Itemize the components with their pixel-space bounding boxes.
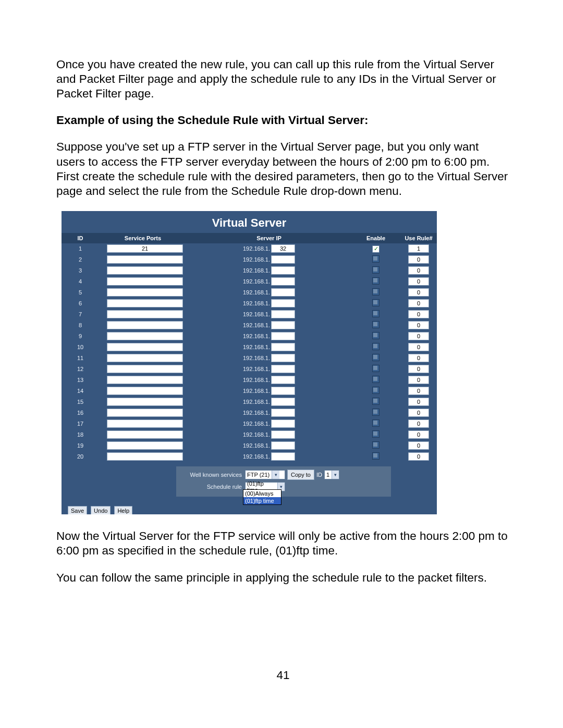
enable-checkbox[interactable]: [372, 398, 380, 405]
dropdown-option[interactable]: (01)ftp time: [243, 497, 281, 504]
service-port-input[interactable]: [107, 376, 183, 384]
enable-checkbox[interactable]: [372, 376, 380, 383]
schedule-rule-dropdown[interactable]: (00)Always (01)ftp time: [243, 489, 282, 505]
server-ip-input[interactable]: [271, 299, 295, 307]
use-rule-input[interactable]: 0: [408, 441, 429, 450]
use-rule-input[interactable]: 0: [408, 419, 429, 428]
use-rule-input[interactable]: 0: [408, 343, 429, 351]
enable-checkbox[interactable]: [372, 266, 380, 274]
table-row: 20192.168.1.0: [62, 451, 437, 462]
enable-checkbox[interactable]: [372, 310, 380, 317]
intro-paragraph: Once you have created the new rule, you …: [56, 57, 510, 101]
enable-checkbox[interactable]: [372, 321, 380, 328]
server-ip-input[interactable]: [271, 452, 295, 461]
enable-checkbox[interactable]: [372, 288, 380, 295]
server-ip-input[interactable]: [271, 419, 295, 428]
service-port-input[interactable]: [107, 288, 183, 297]
enable-checkbox[interactable]: [372, 245, 380, 253]
enable-checkbox[interactable]: [372, 343, 380, 350]
server-ip-input[interactable]: [271, 277, 295, 286]
service-port-input[interactable]: [107, 419, 183, 428]
enable-checkbox[interactable]: [372, 430, 380, 438]
use-rule-input[interactable]: 0: [408, 376, 429, 384]
server-ip-input[interactable]: [271, 409, 295, 417]
server-ip-input[interactable]: [271, 376, 295, 384]
service-port-input[interactable]: [107, 441, 183, 450]
use-rule-input[interactable]: 0: [408, 332, 429, 340]
use-rule-input[interactable]: 0: [408, 266, 429, 275]
enable-checkbox[interactable]: [372, 452, 380, 460]
help-button[interactable]: Help: [114, 506, 132, 514]
use-rule-input[interactable]: 0: [408, 310, 429, 318]
service-port-input[interactable]: [107, 277, 183, 286]
use-rule-input[interactable]: 0: [408, 321, 429, 329]
use-rule-input[interactable]: 1: [408, 244, 429, 253]
service-port-input[interactable]: [107, 299, 183, 307]
server-ip-input[interactable]: [271, 343, 295, 351]
service-port-input[interactable]: [107, 398, 183, 406]
table-row: 3192.168.1.0: [62, 265, 437, 276]
copy-to-button[interactable]: Copy to: [287, 470, 314, 480]
service-port-input[interactable]: [107, 332, 183, 340]
use-rule-input[interactable]: 0: [408, 387, 429, 395]
server-ip-input[interactable]: 32: [271, 244, 295, 253]
service-port-input[interactable]: [107, 387, 183, 395]
use-rule-input[interactable]: 0: [408, 354, 429, 362]
use-rule-input[interactable]: 0: [408, 365, 429, 373]
server-ip-input[interactable]: [271, 365, 295, 373]
enable-checkbox[interactable]: [372, 277, 380, 285]
service-port-input[interactable]: [107, 321, 183, 329]
server-ip-input[interactable]: [271, 354, 295, 362]
server-ip-input[interactable]: [271, 398, 295, 406]
service-port-input[interactable]: [107, 266, 183, 275]
use-rule-input[interactable]: 0: [408, 430, 429, 439]
service-port-input[interactable]: [107, 409, 183, 417]
row-id: 10: [62, 344, 99, 350]
server-ip-input[interactable]: [271, 255, 295, 264]
save-button[interactable]: Save: [68, 506, 87, 514]
server-ip-input[interactable]: [271, 288, 295, 297]
use-rule-input[interactable]: 0: [408, 452, 429, 461]
row-id: 3: [62, 267, 99, 274]
well-known-select[interactable]: FTP (21) ▾: [245, 470, 285, 479]
service-port-input[interactable]: [107, 365, 183, 373]
use-rule-input[interactable]: 0: [408, 409, 429, 417]
ip-prefix: 192.168.1.: [243, 322, 270, 328]
server-ip-input[interactable]: [271, 266, 295, 275]
enable-checkbox[interactable]: [372, 441, 380, 449]
server-ip-input[interactable]: [271, 430, 295, 439]
enable-checkbox[interactable]: [372, 299, 380, 306]
use-rule-input[interactable]: 0: [408, 288, 429, 297]
dropdown-option[interactable]: (00)Always: [243, 490, 281, 497]
enable-checkbox[interactable]: [372, 255, 380, 263]
service-port-input[interactable]: [107, 430, 183, 439]
service-port-input[interactable]: [107, 343, 183, 351]
enable-checkbox[interactable]: [372, 409, 380, 416]
enable-checkbox[interactable]: [372, 419, 380, 427]
service-port-input[interactable]: [107, 310, 183, 318]
row-id: 5: [62, 289, 99, 295]
use-rule-input[interactable]: 0: [408, 277, 429, 286]
server-ip-input[interactable]: [271, 332, 295, 340]
table-row: 6192.168.1.0: [62, 298, 437, 309]
use-rule-input[interactable]: 0: [408, 299, 429, 307]
service-port-input[interactable]: 21: [107, 244, 183, 253]
ip-prefix: 192.168.1.: [243, 453, 270, 460]
ip-prefix: 192.168.1.: [243, 256, 270, 263]
server-ip-input[interactable]: [271, 321, 295, 329]
ip-prefix: 192.168.1.: [243, 366, 270, 372]
undo-button[interactable]: Undo: [91, 506, 111, 514]
use-rule-input[interactable]: 0: [408, 255, 429, 264]
enable-checkbox[interactable]: [372, 332, 380, 339]
enable-checkbox[interactable]: [372, 387, 380, 394]
service-port-input[interactable]: [107, 452, 183, 461]
service-port-input[interactable]: [107, 255, 183, 264]
server-ip-input[interactable]: [271, 310, 295, 318]
copy-id-select[interactable]: 1 ▾: [324, 470, 339, 479]
server-ip-input[interactable]: [271, 441, 295, 450]
service-port-input[interactable]: [107, 354, 183, 362]
enable-checkbox[interactable]: [372, 365, 380, 372]
use-rule-input[interactable]: 0: [408, 398, 429, 406]
enable-checkbox[interactable]: [372, 354, 380, 361]
server-ip-input[interactable]: [271, 387, 295, 395]
